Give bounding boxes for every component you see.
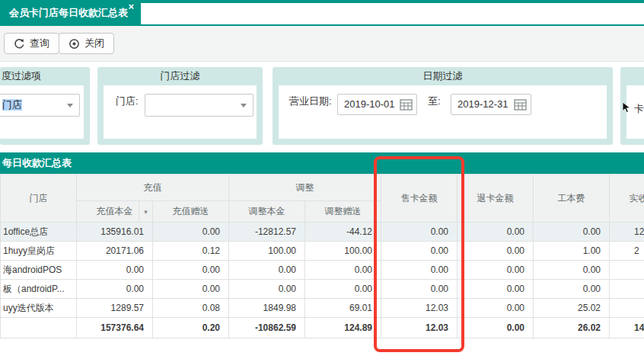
date-panel-title: 日期过滤	[273, 67, 613, 85]
value-cell: 0.00	[305, 261, 381, 280]
column-header-card-sale[interactable]: 售卡金额	[381, 175, 457, 223]
value-cell: 0.00	[229, 280, 305, 299]
date-from-value: 2019-10-01	[344, 98, 395, 110]
value-cell: 0.00	[229, 261, 305, 280]
value-cell: 0.00	[153, 280, 229, 299]
date-to-input[interactable]: 2019-12-31	[451, 94, 531, 115]
date-filter-panel: 日期过滤 营业日期: 2019-10-01 至: 2019-12-31	[273, 67, 613, 145]
chevron-down-icon	[241, 104, 247, 107]
value-cell: 0.00	[381, 223, 457, 242]
value-cell: 25.02	[534, 299, 610, 318]
table-row[interactable]: 海androidPOS0.000.000.000.000.000.000.00	[1, 261, 644, 280]
value-cell: 157376.64	[77, 318, 153, 338]
value-cell: 100.00	[305, 242, 381, 261]
store-select[interactable]	[145, 94, 253, 117]
table-row[interactable]: uyy迭代版本1289.570.081849.9869.0112.030.002…	[1, 299, 644, 318]
value-cell: 0.00	[457, 223, 534, 242]
value-cell: 0.08	[153, 299, 229, 318]
tab-title: 会员卡门店每日收款汇总表	[9, 7, 128, 18]
value-cell: 0.20	[153, 318, 229, 338]
store-name-cell	[1, 318, 77, 338]
card-panel-title	[620, 67, 644, 85]
value-cell: 0.00	[534, 223, 610, 242]
column-header-actual[interactable]: 实收金额	[610, 175, 644, 223]
date-panel-body: 营业日期: 2019-10-01 至: 2019-12-31	[279, 85, 607, 139]
summary-grid: 门店 充值 调整 售卡金额 退卡金额 工本费 实收金额 充值本金 ▾ 充值赠送 …	[0, 174, 644, 338]
value-cell: 1289.57	[77, 299, 153, 318]
dimension-select[interactable]: 门店	[0, 94, 80, 117]
mouse-cursor	[622, 101, 631, 114]
column-header-adjust-principal[interactable]: 调整本金	[229, 201, 305, 223]
value-cell: 124.89	[305, 318, 381, 338]
store-name-cell: uyy迭代版本	[1, 299, 77, 318]
date-to-label: 至:	[428, 95, 441, 108]
value-cell	[610, 299, 644, 318]
record-icon	[69, 38, 80, 50]
table-row[interactable]: 1huyy皇岗店20171.060.12100.00100.000.000.00…	[1, 242, 644, 261]
value-cell: 12.03	[381, 318, 457, 338]
column-header-cost-fee[interactable]: 工本费	[534, 175, 610, 223]
value-cell: 0.00	[77, 280, 153, 299]
value-cell: 12.03	[381, 299, 457, 318]
value-cell: 0.00	[457, 299, 534, 318]
value-cell: 0.00	[153, 261, 229, 280]
store-name-cell: 海androidPOS	[1, 261, 77, 280]
value-cell	[610, 261, 644, 280]
column-header-recharge-principal-label: 充值本金	[97, 206, 133, 216]
value-cell: 12	[610, 223, 644, 242]
value-cell: 0.00	[457, 242, 534, 261]
value-cell: 0.00	[381, 242, 457, 261]
grid-body: 1office总店135916.010.00-12812.57-44.120.0…	[1, 223, 644, 338]
dimension-select-value: 门店	[2, 99, 22, 111]
store-name-cell: 1huyy皇岗店	[1, 242, 77, 261]
column-header-recharge-gift[interactable]: 充值赠送	[153, 201, 229, 223]
value-cell: 0.00	[77, 261, 153, 280]
value-cell: 1.00	[534, 242, 610, 261]
store-panel-title: 门店过滤	[97, 67, 263, 85]
value-cell: 100.00	[229, 242, 305, 261]
value-cell: 0.00	[457, 280, 534, 299]
column-header-card-refund[interactable]: 退卡金额	[457, 175, 534, 223]
date-to-value: 2019-12-31	[457, 98, 509, 110]
dimension-panel-body: 门店	[0, 85, 84, 139]
close-button[interactable]: 关闭	[59, 33, 114, 54]
column-header-store[interactable]: 门店	[1, 175, 77, 223]
business-date-label: 营业日期:	[289, 95, 332, 108]
tab-close-icon[interactable]: ×	[128, 1, 134, 13]
refresh-icon	[14, 38, 25, 50]
column-header-recharge-principal[interactable]: 充值本金 ▾	[77, 201, 153, 223]
query-button[interactable]: 查询	[4, 33, 59, 54]
date-from-input[interactable]: 2019-10-01	[337, 94, 417, 115]
store-panel-body: 门店:	[104, 85, 257, 139]
value-cell: 0.00	[457, 318, 534, 338]
query-button-label: 查询	[30, 37, 49, 50]
calendar-icon[interactable]	[400, 98, 413, 111]
value-cell: 0.00	[381, 261, 457, 280]
value-cell: 0.00	[457, 261, 534, 280]
tab-active[interactable]: 会员卡门店每日收款汇总表 ×	[0, 0, 141, 26]
chevron-down-icon: ▾	[144, 208, 148, 216]
value-cell: 1849.98	[229, 299, 305, 318]
group-header-recharge: 充值	[77, 175, 229, 201]
close-button-label: 关闭	[84, 37, 104, 50]
column-header-adjust-gift[interactable]: 调整赠送	[305, 201, 381, 223]
app-window: 会员卡门店每日收款汇总表 × 查询 关闭 度过滤项 门店	[0, 0, 644, 359]
value-cell: 0.00	[534, 280, 610, 299]
table-row[interactable]: 板（androidP...0.000.000.000.000.000.000.0…	[1, 280, 644, 299]
value-cell: 146	[610, 318, 644, 338]
value-cell: 20171.06	[77, 242, 153, 261]
chevron-down-icon	[67, 104, 73, 107]
value-cell: 0.12	[153, 242, 229, 261]
table-row[interactable]: 1office总店135916.010.00-12812.57-44.120.0…	[1, 223, 644, 242]
dimension-panel-title: 度过滤项	[0, 67, 90, 85]
card-label: 卡	[634, 102, 644, 116]
value-cell: 0.00	[534, 261, 610, 280]
table-row[interactable]: 157376.640.20-10862.59124.8912.030.0026.…	[1, 318, 644, 338]
calendar-icon[interactable]	[514, 98, 527, 111]
value-cell: -12812.57	[229, 223, 305, 242]
value-cell: 0.00	[305, 280, 381, 299]
value-cell: 69.01	[305, 299, 381, 318]
value-cell: -44.12	[305, 223, 381, 242]
value-cell: 2	[610, 242, 644, 261]
column-menu-button[interactable]: ▾	[139, 201, 152, 222]
